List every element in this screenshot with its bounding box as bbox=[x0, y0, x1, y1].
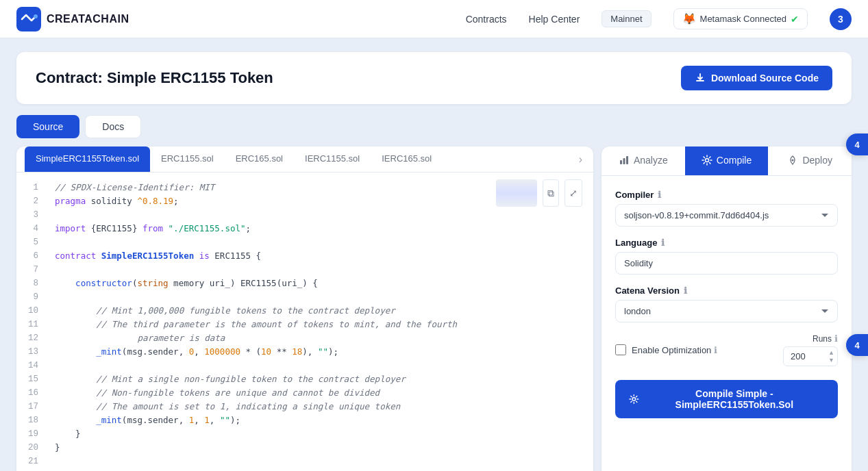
language-group: Language ℹ bbox=[615, 238, 838, 275]
optimization-checkbox[interactable] bbox=[615, 344, 626, 355]
code-actions: ⧉ ⤢ bbox=[496, 179, 582, 207]
metamask-badge: 🦊 Metamask Connected ✔ bbox=[673, 8, 808, 29]
optimization-info-icon: ℹ bbox=[714, 345, 717, 355]
code-area: 12345 678910 1112131415 1617181920 2122 … bbox=[16, 173, 593, 471]
compiler-group: Compiler ℹ soljson-v0.8.19+commit.7dd6d4… bbox=[615, 190, 838, 227]
file-tab-ierc1155[interactable]: IERC1155.sol bbox=[294, 147, 371, 172]
header-nav: Contracts Help Center Mainnet 🦊 Metamask… bbox=[466, 8, 852, 30]
runs-info-icon: ℹ bbox=[834, 333, 838, 344]
compiler-select[interactable]: soljson-v0.8.19+commit.7dd6d404.js soljs… bbox=[615, 204, 838, 227]
header-left: CREATACHAIN bbox=[16, 7, 129, 31]
compile-tab-analyze[interactable]: Analyze bbox=[602, 147, 685, 175]
line-numbers: 12345 678910 1112131415 1617181920 2122 bbox=[16, 181, 47, 471]
runs-arrows: ▲ ▼ bbox=[828, 349, 835, 364]
nav-contracts[interactable]: Contracts bbox=[466, 14, 507, 25]
main: Contract: Simple ERC1155 Token Download … bbox=[0, 38, 868, 471]
catena-version-group: Catena Version ℹ london berlin istanbul … bbox=[615, 285, 838, 322]
optimization-row: Enable Optimization ℹ Runs ℹ ▲ bbox=[615, 333, 838, 366]
runs-down-button[interactable]: ▼ bbox=[828, 357, 835, 364]
check-icon: ✔ bbox=[791, 14, 799, 25]
language-input[interactable] bbox=[615, 252, 838, 275]
language-info-icon: ℹ bbox=[661, 238, 665, 248]
svg-point-5 bbox=[705, 159, 708, 162]
svg-point-6 bbox=[792, 160, 794, 162]
code-content: // SPDX-License-Identifier: MIT pragma s… bbox=[47, 181, 593, 471]
float-badge-bottom[interactable]: 4 bbox=[846, 334, 868, 356]
tab-bar: Source Docs bbox=[16, 115, 852, 138]
language-label: Language ℹ bbox=[615, 238, 838, 248]
float-badge-top[interactable]: 4 bbox=[846, 133, 868, 155]
compile-tabs: Analyze Compile Deploy bbox=[602, 147, 852, 176]
user-avatar[interactable]: 3 bbox=[830, 8, 852, 30]
svg-rect-3 bbox=[623, 158, 625, 164]
code-minimap bbox=[496, 179, 537, 207]
compile-action-button[interactable]: Compile Simple -SimpleERC1155Token.Sol bbox=[615, 380, 838, 418]
compile-tab-compile[interactable]: Compile bbox=[685, 147, 769, 175]
expand-code-button[interactable]: ⤢ bbox=[565, 179, 582, 207]
file-tab-ierc165[interactable]: IERC165.sol bbox=[371, 147, 443, 172]
tab-docs[interactable]: Docs bbox=[85, 115, 141, 138]
compiler-info-icon: ℹ bbox=[658, 190, 661, 200]
contract-card: Contract: Simple ERC1155 Token Download … bbox=[16, 52, 852, 104]
copy-code-button[interactable]: ⧉ bbox=[543, 179, 559, 207]
file-tab-erc165[interactable]: ERC165.sol bbox=[225, 147, 294, 172]
file-tabs: SimpleERC1155Token.sol ERC1155.sol ERC16… bbox=[16, 147, 593, 173]
svg-rect-0 bbox=[16, 7, 41, 31]
code-panel: SimpleERC1155Token.sol ERC1155.sol ERC16… bbox=[16, 147, 593, 471]
rocket-icon bbox=[787, 155, 798, 166]
nav-help-center[interactable]: Help Center bbox=[529, 14, 580, 25]
compile-panel: Analyze Compile Deploy bbox=[602, 147, 852, 471]
file-tab-simpleerc1155token[interactable]: SimpleERC1155Token.sol bbox=[25, 147, 150, 172]
optimization-left: Enable Optimization ℹ bbox=[615, 344, 717, 355]
runs-up-button[interactable]: ▲ bbox=[828, 349, 835, 357]
download-source-button[interactable]: Download Source Code bbox=[681, 66, 832, 90]
svg-rect-4 bbox=[626, 156, 628, 164]
runs-group: Runs ℹ ▲ ▼ bbox=[783, 333, 838, 366]
header: CREATACHAIN Contracts Help Center Mainne… bbox=[0, 0, 868, 38]
workspace: SimpleERC1155Token.sol ERC1155.sol ERC16… bbox=[16, 147, 852, 471]
logo-icon bbox=[16, 7, 41, 31]
svg-point-1 bbox=[34, 14, 38, 18]
mainnet-badge: Mainnet bbox=[602, 10, 651, 27]
catena-version-label: Catena Version ℹ bbox=[615, 285, 838, 296]
metamask-label: Metamask Connected bbox=[700, 14, 786, 24]
catena-version-select[interactable]: london berlin istanbul petersburg bbox=[615, 300, 838, 322]
compile-gear-icon bbox=[629, 394, 639, 405]
runs-input-wrap: ▲ ▼ bbox=[783, 346, 838, 366]
file-tab-erc1155[interactable]: ERC1155.sol bbox=[150, 147, 225, 172]
file-tabs-chevron[interactable]: › bbox=[576, 148, 585, 171]
compiler-label: Compiler ℹ bbox=[615, 190, 838, 200]
optimization-label: Enable Optimization ℹ bbox=[632, 345, 717, 355]
svg-point-7 bbox=[632, 398, 636, 401]
metamask-icon: 🦊 bbox=[682, 12, 696, 25]
contract-title: Contract: Simple ERC1155 Token bbox=[36, 69, 273, 87]
gear-icon bbox=[702, 155, 712, 166]
compile-body: Compiler ℹ soljson-v0.8.19+commit.7dd6d4… bbox=[602, 176, 852, 432]
download-icon bbox=[695, 73, 706, 84]
catena-version-info-icon: ℹ bbox=[684, 285, 687, 296]
compile-tab-deploy[interactable]: Deploy bbox=[768, 147, 852, 175]
svg-rect-2 bbox=[620, 160, 622, 164]
tab-source[interactable]: Source bbox=[16, 115, 79, 138]
logo-text: CREATACHAIN bbox=[47, 13, 129, 25]
analyze-icon bbox=[619, 155, 630, 166]
runs-label: Runs ℹ bbox=[813, 333, 838, 344]
